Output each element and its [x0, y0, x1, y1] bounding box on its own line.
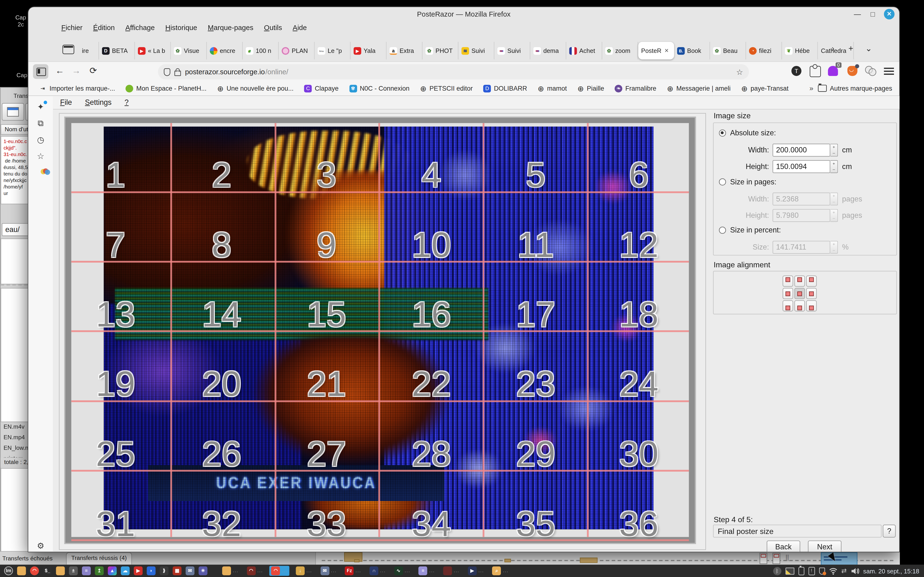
- back-button[interactable]: Back: [767, 540, 800, 552]
- bookmarks-star-icon[interactable]: ☆: [28, 151, 53, 161]
- tab-phot[interactable]: ✿PHOT: [423, 42, 459, 60]
- height-input[interactable]: 150.0094: [773, 160, 830, 173]
- file-name[interactable]: EN.m4v: [3, 421, 30, 432]
- tab-suivi[interactable]: ∞Suivi: [494, 42, 530, 60]
- adblock-icon[interactable]: 0: [828, 66, 838, 76]
- taskbar-window-folder-win[interactable]: ...: [220, 566, 240, 576]
- bookmark-piaille[interactable]: ⊕Piaille: [577, 84, 604, 92]
- battery-icon[interactable]: [798, 567, 804, 575]
- tab-beau[interactable]: ✿Beau: [710, 42, 746, 60]
- launcher-mint-menu[interactable]: lm: [4, 566, 13, 575]
- launcher-water[interactable]: ☁: [121, 566, 130, 575]
- filezilla-sitemanager-button[interactable]: [2, 103, 24, 121]
- bookmark-petscii-editor[interactable]: ⊕PETSCII editor: [420, 84, 473, 92]
- taskbar-window-swirl-active[interactable]: ◠...: [270, 566, 289, 576]
- tab-extra[interactable]: aExtra: [387, 42, 423, 60]
- launcher-terminal[interactable]: $_: [43, 566, 52, 575]
- launcher-web-swirl[interactable]: ◠: [30, 566, 39, 575]
- bluetooth-icon[interactable]: ᛒ: [773, 567, 781, 575]
- tab-achet[interactable]: Achet: [566, 42, 602, 60]
- tab-overflow-chevron[interactable]: ›: [832, 44, 834, 53]
- firefox-view-icon[interactable]: [63, 45, 74, 54]
- list-all-tabs-button[interactable]: ⌄: [865, 44, 872, 53]
- launcher-chevrons[interactable]: ⟫: [160, 566, 169, 575]
- menu-affichage[interactable]: Affichage: [125, 24, 155, 32]
- launcher-files[interactable]: [17, 566, 26, 575]
- tracking-shield-icon[interactable]: [164, 68, 170, 76]
- size-in-pages-radio[interactable]: [719, 178, 726, 185]
- scrollbar-thumb[interactable]: [580, 558, 598, 563]
- tab-encre[interactable]: encre: [207, 42, 243, 60]
- taskbar-window-folder-down[interactable]: ↓...: [294, 566, 314, 576]
- launcher-doc-up[interactable]: ↥: [95, 566, 104, 575]
- clipboard-icon[interactable]: !: [808, 567, 815, 575]
- posterazor-menu-settings[interactable]: Settings: [85, 98, 111, 106]
- file-name[interactable]: EN_low.m: [3, 443, 30, 453]
- align-button-r1c0[interactable]: [782, 288, 793, 299]
- absolute-size-radio[interactable]: [719, 130, 726, 137]
- display-settings-icon[interactable]: [785, 567, 794, 574]
- tab-yala[interactable]: ▶Yala: [351, 42, 386, 60]
- tampermonkey-icon[interactable]: T: [792, 66, 801, 76]
- align-button-r0c1[interactable]: [794, 276, 805, 287]
- maximize-button[interactable]: □: [867, 9, 878, 19]
- bookmark-framalibre[interactable]: ❧Framalibre: [615, 84, 656, 92]
- titlebar[interactable]: PosteRazor — Mozilla Firefox — □ ✕: [28, 7, 900, 21]
- bookmark-importer-les-marque-[interactable]: ⇥Importer les marque-...: [39, 84, 115, 92]
- bookmarks-overflow-chevron[interactable]: »: [809, 84, 813, 92]
- back-button[interactable]: ←: [55, 65, 64, 76]
- page-thumbnail[interactable]: [760, 553, 767, 564]
- desktop-icon-label[interactable]: Cap: [15, 14, 26, 21]
- menu-édition[interactable]: Édition: [93, 24, 115, 32]
- taskbar-window-mail-win[interactable]: ✉...: [318, 566, 338, 576]
- taskbar-window-play-win[interactable]: ▶...: [466, 566, 486, 576]
- align-button-r1c2[interactable]: [806, 288, 817, 299]
- tab-ire[interactable]: ire: [79, 42, 99, 60]
- tab-transferts-reussis[interactable]: Transferts réussis (4): [66, 552, 132, 564]
- tab-close-icon[interactable]: ✕: [664, 48, 669, 53]
- tab--la-b[interactable]: ▶« La b: [135, 42, 171, 60]
- tab-plan[interactable]: PLAN: [279, 42, 315, 60]
- align-button-r2c0[interactable]: [782, 300, 793, 311]
- minimize-button[interactable]: —: [852, 9, 863, 19]
- tab-transferts-echoues[interactable]: Transferts échoués: [2, 555, 53, 562]
- menu-fichier[interactable]: Fichier: [61, 24, 82, 32]
- sidebar-toggle-button[interactable]: [33, 64, 48, 79]
- posterazor-menu-?[interactable]: ?: [124, 98, 129, 106]
- tab-le-p[interactable]: limaLe "p: [315, 42, 351, 60]
- tab-100-n[interactable]: ⸙100 n: [243, 42, 279, 60]
- next-button[interactable]: Next: [808, 540, 842, 552]
- extensions-puzzle-icon[interactable]: [810, 66, 821, 77]
- taskbar-window-search-folder[interactable]: ⌕...: [491, 566, 510, 576]
- launcher-network[interactable]: ✳: [199, 566, 207, 575]
- bookmark-une-nouvelle-re-pou-[interactable]: ⊕Une nouvelle ère pou...: [217, 84, 294, 92]
- launcher-paint[interactable]: ◗: [147, 566, 156, 575]
- taskbar-window-swirl-dark[interactable]: ◠...: [245, 566, 265, 576]
- reload-button[interactable]: ⟳: [89, 65, 97, 76]
- lock-icon[interactable]: [174, 71, 181, 76]
- tab-beta[interactable]: DBETA: [99, 42, 135, 60]
- size-in-percent-radio[interactable]: [719, 227, 726, 234]
- taskbar-window-text-win[interactable]: ≡...: [417, 566, 436, 576]
- bookmark-n0c-connexion[interactable]: ✾N0C - Connexion: [349, 84, 410, 92]
- width-input[interactable]: 200.0000: [773, 144, 830, 157]
- new-tab-button[interactable]: +: [848, 44, 853, 53]
- bookmark-dolibarr[interactable]: DDOLIBARR: [483, 84, 527, 92]
- launcher-mail[interactable]: ✉: [186, 566, 194, 575]
- launcher-folder2[interactable]: [56, 566, 65, 575]
- launcher-photos[interactable]: ▲: [108, 566, 117, 575]
- align-button-r0c0[interactable]: [782, 276, 793, 287]
- menu-aide[interactable]: Aide: [292, 24, 307, 32]
- taskbar-window-monitor-win[interactable]: ∿...: [392, 566, 412, 576]
- menu-outils[interactable]: Outils: [264, 24, 282, 32]
- bookmark-clapaye[interactable]: CClapaye: [304, 84, 339, 92]
- mask-extension-icon[interactable]: [848, 66, 858, 76]
- url-bar[interactable]: posterazor.sourceforge.io/online/ ☆: [158, 64, 749, 80]
- forward-button[interactable]: →: [72, 65, 81, 76]
- history-clock-icon[interactable]: ◷: [28, 135, 53, 144]
- tab-h-be[interactable]: ❦Hébe: [782, 42, 818, 60]
- volume-icon[interactable]: [851, 567, 859, 574]
- close-button[interactable]: ✕: [884, 9, 894, 19]
- taskbar-window-darkred-win[interactable]: ...: [441, 566, 461, 576]
- menu-historique[interactable]: Historique: [165, 24, 197, 32]
